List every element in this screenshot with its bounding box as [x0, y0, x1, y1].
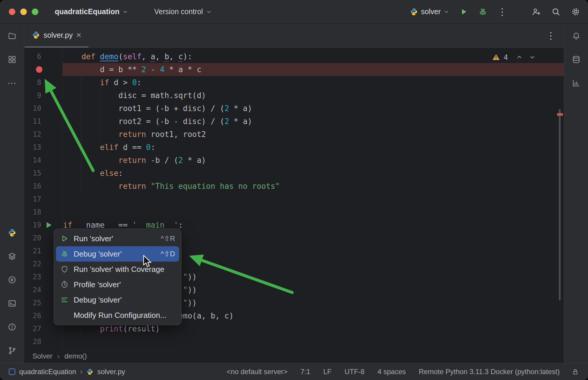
tab-options-kebab-icon[interactable]: ⋮ — [546, 31, 556, 40]
line-number-gutter[interactable]: 15 — [24, 167, 62, 180]
code-line: else: — [62, 167, 564, 180]
statusbar-item[interactable]: <no default server> — [227, 368, 288, 376]
prev-problem-chevron-up-icon[interactable] — [516, 54, 523, 60]
error-stripe-breakpoint-mark[interactable] — [557, 113, 563, 116]
search-icon[interactable] — [551, 7, 561, 16]
breadcrumb-item[interactable]: demo() — [65, 352, 87, 360]
add-user-icon[interactable] — [531, 7, 541, 16]
statusbar-file: solver.py — [97, 368, 125, 376]
next-problem-chevron-down-icon[interactable] — [529, 54, 536, 60]
zoom-window-button[interactable] — [32, 9, 38, 15]
line-number-gutter[interactable]: 13 — [24, 141, 62, 154]
editor-line[interactable]: 14 return -b / (2 * a) — [24, 154, 564, 167]
close-tab-icon[interactable]: × — [76, 31, 82, 39]
more-tool-windows-icon[interactable]: ⋯ — [7, 78, 17, 88]
more-actions-kebab-icon[interactable]: ⋮ — [498, 7, 507, 16]
line-number-gutter[interactable]: 9 — [24, 89, 62, 102]
breadcrumb-separator: › — [57, 352, 60, 361]
run-configuration-name: solver — [421, 7, 441, 16]
statusbar-item[interactable]: Remote Python 3.11.3 Docker (python:late… — [419, 368, 560, 376]
problems-icon[interactable] — [7, 322, 17, 332]
warning-icon — [492, 53, 500, 61]
breadcrumb-item[interactable]: Solver — [32, 352, 52, 360]
project-folder-icon[interactable] — [7, 31, 17, 41]
code-line — [62, 335, 564, 348]
editor-line[interactable]: 18 — [24, 206, 564, 219]
python-icon — [32, 31, 40, 39]
breadcrumb-separator: › — [80, 367, 82, 376]
run-button[interactable] — [459, 7, 468, 16]
lock-icon[interactable] — [572, 368, 579, 376]
run-line-gutter-icon[interactable] — [47, 222, 52, 228]
line-number-gutter[interactable]: 18 — [24, 206, 62, 219]
project-selector[interactable]: quadraticEquation — [55, 7, 128, 16]
editor-line[interactable]: 28 — [24, 335, 564, 348]
statusbar-item[interactable]: 4 spaces — [377, 368, 406, 376]
code-line: disc = math.sqrt(d) — [62, 89, 564, 102]
menu-item-run-solver-with-coverage[interactable]: Run 'solver' with Coverage — [56, 262, 179, 277]
profiler-chart-icon[interactable] — [572, 78, 581, 88]
menu-item-run-solver[interactable]: Run 'solver'^⇧R — [56, 231, 179, 246]
editor-line[interactable]: 10 root1 = (-b + disc) / (2 * a) — [24, 102, 564, 115]
code-line: if d > 0: — [62, 76, 564, 89]
line-number-gutter[interactable]: 14 — [24, 154, 62, 167]
structure-icon[interactable] — [7, 55, 17, 64]
breakpoint-icon[interactable] — [36, 66, 42, 73]
menu-item-label: Run 'solver' — [74, 234, 156, 243]
editor-line[interactable]: 12 return root1, root2 — [24, 128, 564, 141]
chevron-down-icon — [206, 9, 212, 15]
editor-line[interactable]: 16 return "This equation has no roots" — [24, 180, 564, 193]
git-branch-icon[interactable] — [7, 346, 17, 355]
settings-gear-icon[interactable] — [571, 7, 580, 16]
editor-line[interactable]: 9 disc = math.sqrt(d) — [24, 89, 564, 102]
menu-item-profile-solver[interactable]: Profile 'solver' — [56, 277, 179, 292]
editor-line[interactable]: 13 elif d == 0: — [24, 141, 564, 154]
line-number-gutter[interactable] — [24, 63, 62, 76]
inspections-widget[interactable]: 4 — [492, 51, 536, 64]
profile-icon — [60, 280, 69, 289]
tab-filename: solver.py — [44, 31, 73, 39]
menu-item-label: Modify Run Configuration... — [74, 311, 170, 320]
vcs-widget[interactable]: Version control — [154, 7, 212, 16]
line-number-gutter[interactable]: 17 — [24, 193, 62, 206]
python-icon — [86, 368, 93, 375]
database-icon[interactable] — [572, 55, 581, 64]
line-number-gutter[interactable]: 12 — [24, 128, 62, 141]
line-number-gutter[interactable]: 16 — [24, 180, 62, 193]
editor-line[interactable]: 15 else: — [24, 167, 564, 180]
statusbar-breadcrumb[interactable]: quadraticEquation › solver.py — [9, 367, 125, 376]
terminal-icon[interactable] — [7, 299, 17, 308]
notifications-bell-icon[interactable] — [572, 31, 581, 41]
line-number-gutter[interactable]: 8 — [24, 76, 62, 89]
statusbar-item[interactable]: 7:1 — [300, 368, 310, 376]
python-console-icon[interactable] — [7, 228, 17, 237]
editor-line[interactable]: 8 if d > 0: — [24, 76, 564, 89]
line-number-gutter[interactable]: 10 — [24, 102, 62, 115]
run-configuration-selector[interactable]: solver — [410, 7, 449, 16]
tab-solver-py[interactable]: solver.py × — [25, 24, 88, 47]
close-window-button[interactable] — [9, 9, 15, 15]
statusbar-item[interactable]: UTF-8 — [344, 368, 364, 376]
line-number-gutter[interactable]: 28 — [24, 335, 62, 348]
code-line: root1 = (-b + disc) / (2 * a) — [62, 102, 564, 115]
menu-item-debug-solver[interactable]: Debug 'solver' — [56, 292, 179, 308]
chevron-down-icon — [444, 9, 449, 14]
editor-line[interactable]: 6 def demo(self, a, b, c): — [24, 50, 564, 63]
debug-button[interactable] — [478, 7, 487, 16]
minimize-window-button[interactable] — [20, 9, 27, 15]
code-line: d = b ** 2 - 4 * a * c — [62, 63, 564, 76]
statusbar-item[interactable]: LF — [323, 368, 331, 376]
line-number-gutter[interactable]: 11 — [24, 115, 62, 128]
line-number-gutter[interactable]: 6 — [24, 50, 62, 63]
menu-item-modify-run-configuration[interactable]: Modify Run Configuration... — [56, 308, 179, 323]
editor-line[interactable]: 17 — [24, 193, 564, 206]
context-menu-items: Run 'solver'^⇧RDebug 'solver'^⇧DRun 'sol… — [54, 231, 181, 323]
scrollbar-thumb[interactable] — [559, 109, 561, 300]
editor-line[interactable]: 11 root2 = (-b - disc) / (2 * a) — [24, 115, 564, 128]
services-icon[interactable] — [7, 275, 17, 285]
editor-line[interactable]: d = b ** 2 - 4 * a * c — [24, 63, 564, 76]
debug-icon — [60, 250, 69, 258]
menu-item-label: Debug 'solver' — [74, 295, 170, 305]
python-packages-icon[interactable] — [7, 252, 17, 261]
menu-item-debug-solver[interactable]: Debug 'solver'^⇧D — [56, 246, 179, 262]
